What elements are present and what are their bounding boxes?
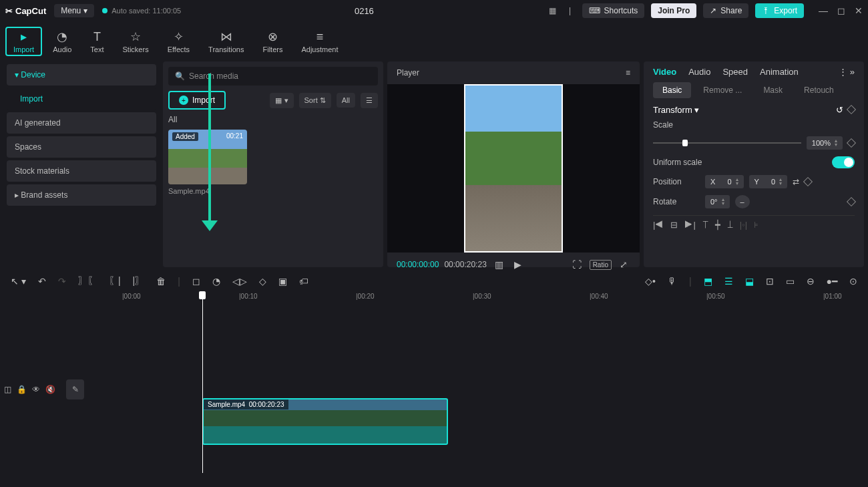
align-left-icon[interactable]: |⯇ (653, 220, 664, 230)
zoom-fit-icon[interactable]: ⊙ (849, 276, 857, 287)
search-input[interactable]: 🔍 Search media (168, 67, 378, 86)
tag-icon[interactable]: ◇• (645, 276, 656, 287)
ptab-speed[interactable]: Speed (722, 67, 748, 77)
subtab-remove[interactable]: Remove ... (694, 82, 751, 98)
pos-x-box[interactable]: X 0▴▾ (705, 175, 744, 188)
keyframe-icon[interactable] (847, 105, 856, 114)
rotate-icon[interactable]: ◇ (259, 276, 266, 287)
trim-left-icon[interactable]: 〖| (109, 275, 121, 287)
sidebar-item-stock[interactable]: Stock materials (7, 160, 156, 182)
delete-icon[interactable]: 🗑 (156, 276, 166, 287)
subtab-mask[interactable]: Mask (754, 82, 792, 98)
undo-icon[interactable]: ↶ (38, 276, 46, 287)
shortcuts-button[interactable]: ⌨ Shortcuts (582, 3, 645, 18)
keyframe-icon[interactable] (803, 177, 813, 186)
link-icon[interactable]: ⬓ (745, 276, 754, 287)
compare-icon[interactable]: ▥ (492, 258, 506, 271)
sidebar-item-import[interactable]: Import (7, 88, 156, 110)
ptab-more[interactable]: ⋮ » (839, 67, 855, 77)
media-thumb[interactable]: Added 00:21 (168, 130, 247, 184)
lock-icon[interactable]: 🔒 (17, 385, 27, 394)
playhead[interactable] (202, 291, 203, 473)
subtab-retouch[interactable]: Retouch (795, 82, 843, 98)
link-icon[interactable]: ⇄ (793, 177, 799, 186)
uniform-toggle[interactable] (832, 156, 855, 168)
keyframe-icon[interactable] (847, 197, 856, 206)
tab-effects[interactable]: ✧Effects (160, 27, 198, 56)
crop2-icon[interactable]: ▣ (278, 276, 287, 287)
tab-stickers[interactable]: ☆Stickers (115, 27, 157, 56)
crop-icon[interactable]: ◻ (192, 276, 200, 287)
export-button[interactable]: ⭱ Export (755, 3, 804, 18)
align-center-v-icon[interactable]: ┿ (715, 220, 720, 230)
tab-import[interactable]: ▸Import (5, 27, 42, 56)
timeline-ruler[interactable]: |00:00 |00:10 |00:20 |00:30 |00:40 |00:5… (4, 291, 864, 306)
snap-icon[interactable]: ☰ (724, 276, 733, 287)
fullscreen-icon[interactable]: ⤢ (617, 258, 630, 271)
split-icon[interactable]: 〗〖 (78, 275, 97, 287)
video-preview[interactable] (464, 84, 563, 253)
rotate-box[interactable]: 0°▴▾ (705, 195, 730, 208)
tab-audio[interactable]: ◔Audio (45, 27, 79, 56)
video-clip[interactable]: Sample.mp4 00:00:20:23 (202, 398, 448, 445)
magnet-icon[interactable]: ⬒ (704, 276, 712, 287)
preview-icon[interactable]: ⊡ (766, 276, 774, 287)
menu-dropdown[interactable]: Menu ▾ (54, 4, 94, 17)
scale-value-box[interactable]: 100%▴▾ (807, 136, 843, 150)
play-button[interactable]: ▶ (511, 258, 524, 271)
ptab-video[interactable]: Video (653, 67, 676, 77)
import-media-button[interactable]: +Import (168, 91, 226, 110)
sidebar-item-spaces[interactable]: Spaces (7, 136, 156, 158)
mic-icon[interactable]: 🎙 (668, 276, 677, 287)
scale-icon[interactable]: ⛶ (570, 258, 584, 271)
eye-icon[interactable]: 👁 (32, 385, 40, 394)
stepper-icon[interactable]: ▴▾ (835, 139, 837, 147)
player-view[interactable] (387, 84, 640, 253)
tab-transitions[interactable]: ⋈Transitions (200, 27, 252, 56)
tracks[interactable]: Sample.mp4 00:00:20:23 (84, 306, 864, 473)
pro-tool-icon[interactable]: 🏷 (299, 276, 308, 287)
zoom-out-icon[interactable]: ⊖ (807, 276, 815, 287)
tab-text[interactable]: TText (82, 27, 112, 56)
minimize-button[interactable]: — (819, 5, 828, 16)
edit-track-button[interactable]: ✎ (66, 379, 84, 399)
trim-right-icon[interactable]: |〗 (133, 275, 145, 287)
distrib-v-icon[interactable]: ⊧ (754, 220, 758, 230)
distrib-h-icon[interactable]: |◦| (740, 220, 747, 230)
ptab-animation[interactable]: Animation (760, 67, 799, 77)
mute-icon[interactable]: 🔇 (45, 385, 55, 394)
sidebar-item-device[interactable]: ▾ Device (7, 64, 156, 86)
align-center-h-icon[interactable]: ⊟ (670, 220, 678, 230)
filter-all-button[interactable]: All (337, 93, 355, 108)
align-right-icon[interactable]: ⯈| (684, 220, 695, 230)
tab-adjustment[interactable]: ≡Adjustment (293, 27, 346, 56)
join-pro-button[interactable]: Join Pro (651, 3, 696, 18)
maximize-button[interactable]: ◻ (837, 5, 845, 16)
view-grid-button[interactable]: ▦ ▾ (270, 93, 293, 108)
layout-icon[interactable]: ▦ (548, 6, 558, 15)
zoom-slider-icon[interactable]: ●━ (827, 276, 837, 287)
sidebar-item-brand[interactable]: ▸ Brand assets (7, 184, 156, 206)
cover-icon[interactable]: ◫ (4, 385, 11, 394)
cursor-tool-icon[interactable]: ↖ ▾ (11, 276, 26, 287)
align-bottom-icon[interactable]: ⟘ (727, 220, 733, 230)
pos-y-box[interactable]: Y 0▴▾ (749, 175, 788, 188)
close-button[interactable]: ✕ (855, 5, 863, 16)
player-menu-icon[interactable]: ≡ (626, 68, 630, 77)
record-icon[interactable]: ▭ (786, 276, 795, 287)
ptab-audio[interactable]: Audio (688, 67, 710, 77)
subtab-basic[interactable]: Basic (653, 82, 691, 98)
rotate-dash[interactable]: – (735, 195, 750, 208)
tab-filters[interactable]: ⊗Filters (254, 27, 290, 56)
speed-icon[interactable]: ◔ (212, 276, 220, 287)
share-button[interactable]: ↗ Share (703, 3, 748, 18)
mirror-icon[interactable]: ◁▷ (232, 276, 247, 287)
redo-icon[interactable]: ↷ (58, 276, 66, 287)
reset-icon[interactable]: ↺ (836, 105, 843, 115)
scale-slider[interactable] (653, 142, 801, 144)
align-top-icon[interactable]: ⟙ (702, 220, 708, 230)
sort-button[interactable]: Sort ⇅ (299, 93, 331, 108)
sidebar-item-ai[interactable]: AI generated (7, 112, 156, 134)
keyframe-icon[interactable] (847, 138, 856, 148)
ratio-button[interactable]: Ratio (590, 260, 612, 270)
